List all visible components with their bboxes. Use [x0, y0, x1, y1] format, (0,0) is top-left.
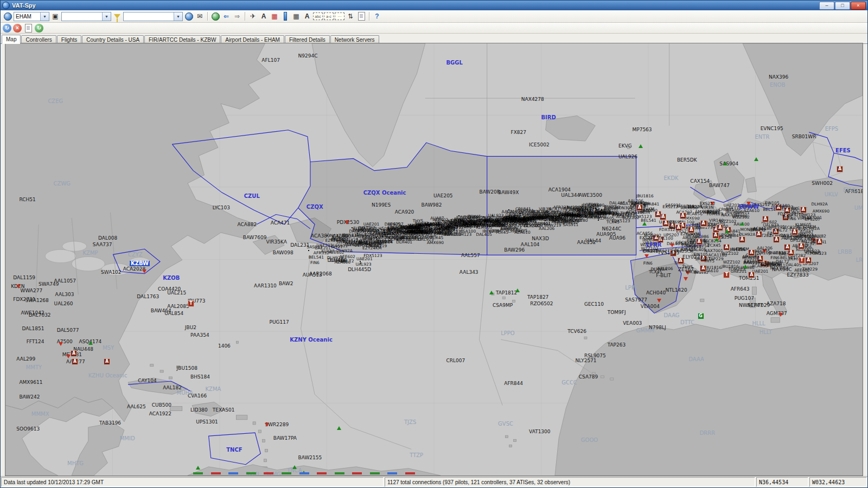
arrival-arrow-icon[interactable] — [778, 313, 783, 317]
flight-label[interactable]: BER5DK — [677, 158, 697, 163]
flight-label[interactable]: SWA102 — [101, 270, 121, 275]
fir-label-dim[interactable]: MMTY — [26, 365, 42, 370]
flight-label[interactable]: MP7563 — [632, 127, 652, 132]
flight-label[interactable]: FDX5123 — [777, 212, 796, 216]
flight-label[interactable]: EXS212 — [744, 259, 760, 264]
flight-label[interactable]: AAR2068 — [309, 272, 332, 277]
arrival-arrow-icon[interactable] — [684, 277, 688, 281]
flight-label[interactable]: ELY022 — [682, 255, 700, 260]
flight-label[interactable]: EXS212 — [662, 205, 678, 209]
fir-label-dim[interactable]: GOOO — [581, 438, 598, 443]
flight-label[interactable]: UAE201 — [315, 246, 331, 251]
flight-label[interactable]: UAE201 — [363, 222, 380, 227]
flight-label[interactable]: AAL206 — [433, 228, 448, 232]
flight-label[interactable]: DAL5077 — [57, 328, 79, 333]
flight-label[interactable]: DLH400 — [328, 258, 347, 263]
atis-marker[interactable]: A — [784, 244, 790, 251]
flight-label[interactable]: DLH92A — [651, 267, 667, 272]
flight-label[interactable]: TCX45 — [495, 230, 508, 235]
flight-label[interactable]: AAL1057 — [54, 279, 76, 284]
flight-label[interactable]: CPA841 — [644, 202, 660, 207]
flight-label[interactable]: EZY7833 — [787, 273, 809, 278]
flight-label[interactable]: EVNC195 — [761, 126, 783, 131]
flight-label[interactable]: NAX4278 — [521, 97, 544, 102]
fir-label-dim[interactable]: KZMA — [206, 387, 221, 392]
flight-label[interactable]: VEA004 — [641, 304, 660, 309]
flight-label[interactable]: NTL1420 — [666, 288, 687, 293]
arrival-arrow-icon[interactable] — [265, 423, 269, 427]
flight-label[interactable]: BAW49X — [498, 190, 519, 195]
flight-label[interactable]: ACA920 — [395, 210, 414, 215]
flight-label[interactable]: BAW2 — [279, 281, 293, 286]
arrival-arrow-icon[interactable] — [59, 342, 63, 346]
fir-label-dim[interactable]: DAAA — [688, 357, 704, 362]
atis-marker[interactable]: A — [816, 239, 822, 245]
flight-label[interactable]: JBU1816 — [722, 265, 739, 269]
flight-label[interactable]: UAE205 — [433, 194, 453, 198]
flight-label[interactable]: AAL557 — [461, 253, 480, 258]
flight-label[interactable]: RZO6502 — [530, 301, 553, 306]
flight-label[interactable]: BAW82 — [493, 223, 506, 227]
flight-label[interactable]: NAX94C — [772, 267, 792, 272]
fir-label-dim[interactable]: DRRR — [700, 431, 716, 436]
flight-label[interactable]: ICE5002 — [529, 143, 550, 147]
flight-label[interactable]: ACA1922 — [149, 412, 171, 416]
maximize-button[interactable]: □ — [835, 2, 850, 10]
flight-label[interactable]: DLH445D — [348, 267, 371, 272]
flight-label[interactable]: BAW296 — [504, 248, 525, 253]
flight-label[interactable]: VIR3N — [701, 206, 714, 210]
flight-label[interactable]: VIR35KA — [266, 240, 287, 245]
aircraft-dot[interactable] — [389, 240, 390, 241]
arrival-arrow-icon[interactable] — [66, 355, 71, 358]
flight-label[interactable]: CPA841 — [508, 229, 524, 234]
atis-marker[interactable]: A — [748, 272, 755, 278]
flight-label[interactable]: VAT1300 — [529, 429, 550, 434]
departure-arrow-icon[interactable] — [489, 291, 494, 294]
flight-label[interactable]: AFR643 — [731, 287, 750, 292]
flight-combo[interactable]: ▼ — [123, 12, 183, 21]
fir-label-dim[interactable]: MMID — [120, 436, 135, 441]
flight-label[interactable]: THY5 — [426, 235, 437, 239]
flight-label[interactable]: JBU1508 — [177, 366, 197, 371]
traffic-arrow-icon[interactable] — [743, 265, 748, 268]
title-bar[interactable]: VAT-Spy – □ × — [1, 1, 867, 10]
flight-label[interactable]: SWR100 — [424, 223, 441, 227]
arrival-arrow-icon[interactable] — [345, 221, 349, 224]
font-label-icon[interactable]: A — [259, 12, 269, 21]
fir-label-dim[interactable]: ENTR — [755, 134, 769, 140]
flight-label[interactable]: AFR844 — [504, 381, 523, 386]
flight-label[interactable]: AUI1359 — [781, 236, 802, 241]
flight-label[interactable]: LYC103 — [213, 206, 230, 210]
flight-label[interactable]: PUG107 — [735, 296, 754, 301]
atis-marker[interactable]: A — [756, 231, 762, 237]
find-icon[interactable] — [3, 12, 12, 21]
atis-marker[interactable]: A — [723, 244, 730, 251]
flight-label[interactable]: AAL343 — [459, 270, 478, 275]
flight-label[interactable]: JBU1816 — [725, 210, 743, 214]
flight-label[interactable]: CRL007 — [446, 358, 465, 363]
flight-label[interactable]: FFT124 — [27, 339, 44, 344]
flight-label[interactable]: NLY2571 — [576, 358, 597, 363]
atis-marker[interactable]: A — [675, 224, 682, 231]
flight-label[interactable]: 1406 — [218, 344, 231, 349]
fir-label-active[interactable]: CZQX — [307, 204, 323, 210]
atis-marker[interactable]: A — [696, 239, 703, 245]
fir-label-dim[interactable]: UMMV — [854, 206, 863, 211]
flight-label[interactable]: FIN6 — [643, 261, 653, 266]
flight-label[interactable]: DLH92A — [384, 232, 399, 236]
flight-label[interactable]: BEL541 — [309, 255, 324, 260]
flight-label[interactable]: BAW982 — [422, 203, 442, 208]
flight-label[interactable]: AGM737 — [767, 311, 787, 316]
reconnect-icon[interactable]: ↻ — [3, 24, 11, 33]
flight-label[interactable]: DAL008 — [98, 236, 117, 241]
flight-label[interactable]: SAA737 — [93, 242, 112, 247]
fir-label-selected[interactable]: KZBW — [130, 261, 150, 266]
font-label-icon-2[interactable]: A — [302, 12, 312, 21]
fir-label-active[interactable]: EFES — [835, 148, 851, 153]
flight-label[interactable]: UPS1301 — [196, 420, 218, 425]
fir-label-active[interactable]: BIRD — [541, 115, 556, 120]
chevron-down-icon[interactable]: ▼ — [40, 12, 49, 21]
flight-label[interactable]: RCH51 — [19, 197, 35, 202]
flight-label[interactable]: NAX396 — [769, 75, 788, 80]
departure-arrow-icon[interactable] — [337, 426, 341, 430]
